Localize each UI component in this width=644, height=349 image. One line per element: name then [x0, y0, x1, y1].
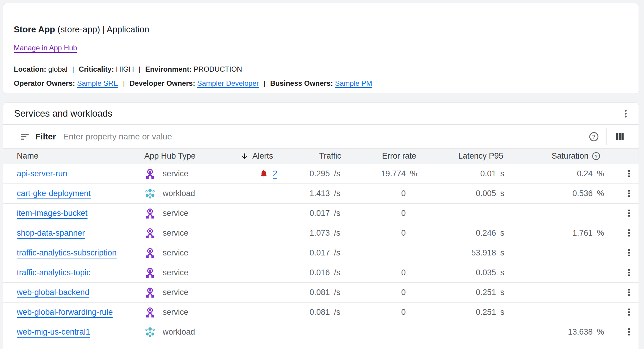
- type-label: workload: [163, 327, 195, 337]
- error-rate-cell: 19.774%: [345, 164, 420, 183]
- criticality-label: Criticality:: [79, 65, 114, 73]
- alerts-cell: [239, 263, 290, 282]
- row-actions-cell: [605, 322, 639, 342]
- column-header-error-rate[interactable]: Error rate: [345, 149, 420, 164]
- column-header-saturation[interactable]: Saturation ?: [507, 149, 605, 164]
- column-header-latency-p95[interactable]: Latency P95: [420, 149, 507, 164]
- kebab-icon: [624, 248, 634, 258]
- kebab-icon: [624, 189, 634, 198]
- column-header-traffic[interactable]: Traffic: [290, 149, 345, 164]
- service-icon: [144, 247, 156, 258]
- app-subtitle: (store-app) | Application: [55, 25, 149, 34]
- latency-p95-cell: 0.251s: [420, 302, 507, 322]
- resource-link[interactable]: item-images-bucket: [17, 209, 88, 218]
- traffic-cell: 0.017/s: [290, 243, 345, 263]
- table-row: cart-gke-deployment: [3, 183, 639, 203]
- resource-link[interactable]: cart-gke-deployment: [17, 189, 91, 198]
- column-display-options-button[interactable]: [614, 131, 625, 142]
- row-actions-cell: [605, 203, 639, 223]
- latency-p95-cell: 0.01s: [420, 164, 507, 183]
- error-rate-cell: 0: [345, 223, 420, 243]
- row-overflow-menu-button[interactable]: [624, 228, 634, 238]
- name-cell: api-server-run: [3, 164, 140, 183]
- row-overflow-menu-button[interactable]: [624, 307, 634, 317]
- panel-title: Services and workloads: [14, 108, 621, 119]
- resource-link[interactable]: web-mig-us-central1: [17, 327, 90, 336]
- environment-value: PRODUCTION: [194, 65, 242, 73]
- type-label: service: [163, 268, 188, 277]
- row-overflow-menu-button[interactable]: [624, 327, 634, 337]
- error-rate-cell: 0: [345, 282, 420, 302]
- service-icon: [144, 306, 156, 318]
- location-label: Location:: [14, 65, 46, 73]
- traffic-cell: 0.295/s: [290, 164, 345, 183]
- filter-help-button[interactable]: ?: [588, 131, 599, 142]
- latency-p95-cell: 53.918s: [420, 243, 507, 263]
- saturation-cell: 0.24%: [507, 164, 605, 183]
- manage-in-app-hub-link[interactable]: Manage in App Hub: [14, 44, 77, 52]
- row-overflow-menu-button[interactable]: [624, 268, 634, 277]
- row-actions-cell: [605, 263, 639, 282]
- saturation-cell: [507, 263, 605, 282]
- type-label: service: [163, 169, 188, 178]
- row-overflow-menu-button[interactable]: [624, 288, 634, 297]
- row-actions-cell: [605, 183, 639, 203]
- traffic-cell: 0.081/s: [290, 302, 345, 322]
- workload-icon: [144, 188, 156, 199]
- resource-link[interactable]: api-server-run: [17, 169, 67, 178]
- alert-cell-content: 2: [239, 169, 290, 178]
- row-overflow-menu-button[interactable]: [624, 248, 634, 258]
- workload-icon: [144, 326, 156, 338]
- operator-owner-link[interactable]: Sample SRE: [77, 79, 118, 87]
- alerts-cell: [239, 183, 290, 203]
- latency-p95-cell: [420, 322, 507, 342]
- row-actions-cell: [605, 302, 639, 322]
- developer-owner-link[interactable]: Sampler Developer: [197, 79, 259, 87]
- resource-link[interactable]: web-global-backend: [17, 288, 89, 297]
- kebab-icon: [624, 208, 634, 218]
- app-hub-type-cell: service: [140, 302, 239, 322]
- help-icon[interactable]: ?: [591, 151, 601, 161]
- row-overflow-menu-button[interactable]: [624, 169, 634, 178]
- row-actions-cell: [605, 282, 639, 302]
- error-rate-cell: [345, 322, 420, 342]
- row-overflow-menu-button[interactable]: [624, 208, 634, 218]
- resource-link[interactable]: traffic-analytics-subscription: [17, 248, 117, 257]
- type-label: service: [163, 288, 188, 297]
- app-hub-type-cell: service: [140, 203, 239, 223]
- sort-descending-icon: [240, 152, 249, 160]
- services-table: Name App Hub Type Alerts Traffic Error r…: [3, 149, 639, 342]
- separator: |: [72, 65, 74, 73]
- separator: |: [123, 79, 125, 87]
- column-header-name[interactable]: Name: [3, 149, 140, 164]
- traffic-cell: 1.413/s: [290, 183, 345, 203]
- alert-count-link[interactable]: 2: [273, 169, 277, 178]
- column-header-app-hub-type[interactable]: App Hub Type: [140, 149, 239, 164]
- error-rate-cell: 0: [345, 263, 420, 282]
- type-label: service: [163, 308, 188, 317]
- name-cell: web-global-backend: [3, 282, 140, 302]
- resource-link[interactable]: web-global-forwarding-rule: [17, 308, 113, 317]
- business-owner-link[interactable]: Sample PM: [335, 79, 372, 87]
- app-hub-type-cell: service: [140, 164, 239, 183]
- divider: [606, 128, 607, 145]
- name-cell: web-mig-us-central1: [3, 322, 140, 342]
- row-overflow-menu-button[interactable]: [624, 189, 634, 198]
- resource-link[interactable]: shop-data-spanner: [17, 228, 85, 237]
- name-cell: traffic-analytics-topic: [3, 263, 140, 282]
- column-header-alerts[interactable]: Alerts: [239, 149, 290, 164]
- filter-input[interactable]: [63, 132, 588, 142]
- alerts-cell: [239, 243, 290, 263]
- kebab-icon: [624, 327, 634, 337]
- app-hub-type-cell: service: [140, 243, 239, 263]
- saturation-cell: [507, 302, 605, 322]
- app-hub-type-cell: service: [140, 223, 239, 243]
- latency-p95-cell: 0.005s: [420, 183, 507, 203]
- table-row: traffic-analytics-topic: [3, 263, 639, 282]
- app-hub-type-cell: workload: [140, 322, 239, 342]
- alerts-cell: [239, 302, 290, 322]
- resource-link[interactable]: traffic-analytics-topic: [17, 268, 91, 277]
- saturation-cell: 1.761%: [507, 223, 605, 243]
- service-icon: [144, 207, 156, 219]
- panel-overflow-menu-button[interactable]: [621, 109, 631, 119]
